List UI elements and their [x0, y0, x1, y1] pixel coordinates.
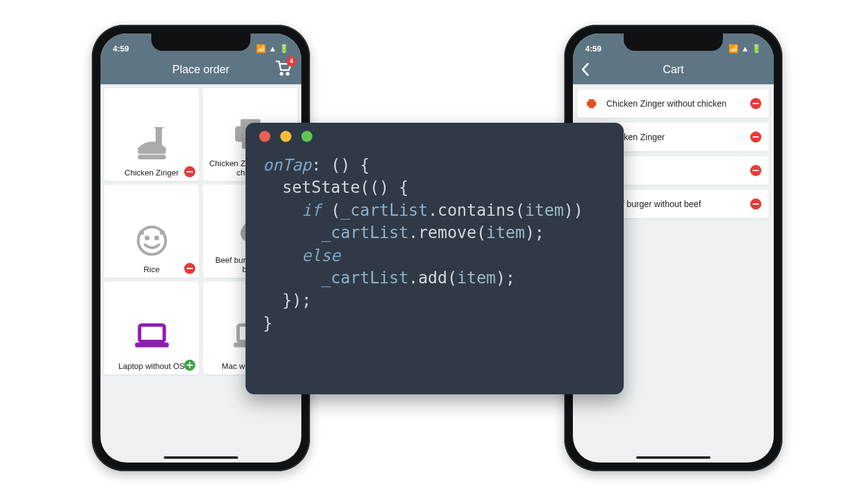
cart-badge: 4	[286, 56, 296, 66]
status-time: 4:59	[113, 44, 129, 53]
cart-item-label: Rice	[606, 166, 742, 175]
cart-button[interactable]: 4	[275, 55, 293, 84]
zoom-icon[interactable]	[301, 131, 312, 142]
product-label: Rice	[143, 265, 159, 274]
status-time: 4:59	[585, 44, 601, 53]
code-block: onTap: () { setState(() { if (_cartList.…	[246, 150, 624, 338]
battery-icon: 🔋	[751, 44, 761, 53]
signal-icon: 📶	[256, 44, 266, 53]
remove-button[interactable]	[750, 165, 761, 176]
remove-button[interactable]	[184, 166, 195, 177]
page-title: Place order	[172, 63, 229, 76]
printer-icon	[585, 97, 598, 110]
page-title: Cart	[663, 63, 684, 76]
appbar-cart: Cart	[573, 55, 774, 84]
minimize-icon[interactable]	[280, 131, 291, 142]
wifi-icon: ▲	[741, 44, 749, 53]
add-button[interactable]	[184, 360, 195, 371]
cart-item-label: Beef burger without beef	[606, 199, 742, 209]
signal-icon: 📶	[728, 44, 738, 53]
home-indicator	[636, 456, 711, 459]
face-icon	[130, 220, 174, 261]
product-label: Chicken Zinger	[125, 168, 179, 177]
burger-icon	[130, 123, 174, 164]
code-window: onTap: () { setState(() { if (_cartList.…	[246, 123, 624, 394]
product-card[interactable]: Laptop without OS	[104, 281, 199, 374]
status-icons: 📶 ▲ 🔋	[728, 44, 761, 53]
appbar-place-order: Place order 4	[100, 55, 301, 84]
product-card[interactable]: Chicken Zinger	[104, 88, 199, 181]
cart-item-label: Chicken Zinger without chicken	[606, 99, 742, 108]
cart-item-label: Chicken Zinger	[606, 132, 742, 142]
battery-icon: 🔋	[279, 44, 289, 53]
laptop-icon	[130, 317, 174, 358]
product-card[interactable]: Rice	[104, 185, 199, 278]
chevron-left-icon	[580, 63, 589, 76]
product-label: Laptop without OS	[118, 361, 185, 371]
remove-button[interactable]	[184, 263, 195, 274]
cart-row[interactable]: Chicken Zinger without chicken	[578, 89, 769, 118]
status-icons: 📶 ▲ 🔋	[256, 44, 289, 53]
notch	[151, 33, 250, 51]
remove-button[interactable]	[750, 198, 761, 210]
home-indicator	[164, 456, 238, 459]
remove-button[interactable]	[750, 98, 761, 109]
wifi-icon: ▲	[268, 44, 277, 53]
remove-button[interactable]	[750, 131, 761, 143]
back-button[interactable]	[580, 55, 589, 84]
close-icon[interactable]	[259, 131, 270, 142]
notch	[624, 33, 723, 51]
window-controls	[246, 123, 624, 150]
